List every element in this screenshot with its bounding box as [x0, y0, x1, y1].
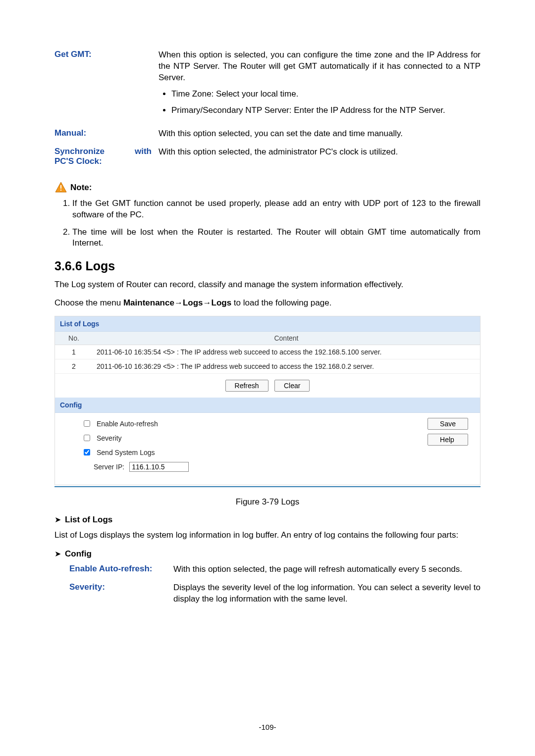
sync-label-c: PC'S Clock:: [54, 156, 102, 166]
sync-label-a: Synchronize: [54, 147, 105, 156]
logs-button-row: Refresh Clear: [55, 374, 480, 398]
warning-icon: [54, 181, 67, 194]
section-heading-logs: 3.6.6 Logs: [54, 259, 481, 273]
list-of-logs-bar: List of Logs: [55, 316, 480, 332]
config-heading: Config: [65, 549, 92, 559]
config-bar: Config: [55, 398, 480, 413]
list-of-logs-body: List of Logs displays the system log inf…: [54, 530, 481, 541]
get-gmt-body: When this option is selected, you can co…: [159, 50, 481, 121]
definition-severity: Severity: Displays the severity level of…: [54, 582, 481, 605]
list-of-logs-heading: List of Logs: [65, 515, 112, 525]
send-system-logs-label: Send System Logs: [97, 449, 155, 456]
sync-label: Synchronize PC'S Clock: with: [54, 147, 159, 166]
chevron-list-of-logs: ➤ List of Logs: [54, 515, 481, 525]
manual-body: With this option selected, you can set t…: [159, 128, 481, 140]
intro2-suffix: to load the following page.: [231, 298, 331, 307]
definition-sync: Synchronize PC'S Clock: with With this o…: [54, 147, 481, 166]
chevron-config: ➤ Config: [54, 549, 481, 559]
server-ip-label: Server IP:: [94, 463, 124, 471]
enable-auto-refresh-label: Enable Auto-refresh: [97, 420, 158, 428]
logs-table: No. Content 1 2011-06-10 16:35:54 <5> : …: [55, 332, 480, 374]
note-title: Note:: [70, 183, 92, 193]
row-2-content: 2011-06-10 16:36:29 <5> : The IP address…: [93, 359, 480, 374]
definition-get-gmt: Get GMT: When this option is selected, y…: [54, 50, 481, 121]
get-gmt-bullets: Time Zone: Select your local time. Prima…: [159, 89, 481, 116]
logs-intro-2: Choose the menu Maintenance→Logs→Logs to…: [54, 298, 481, 309]
row-1-no: 1: [55, 345, 93, 359]
panel-bottom-rule: [54, 486, 481, 487]
page-number: -109-: [0, 723, 535, 731]
chevron-right-icon: ➤: [54, 515, 61, 524]
chevron-right-icon: ➤: [54, 549, 61, 558]
severity-def-label: Severity:: [69, 582, 173, 605]
refresh-button[interactable]: Refresh: [225, 380, 268, 392]
get-gmt-bullet-1: Time Zone: Select your local time.: [171, 89, 481, 100]
clear-button[interactable]: Clear: [274, 380, 310, 392]
note-block: Note: If the Get GMT function cannot be …: [54, 181, 481, 250]
get-gmt-label: Get GMT:: [54, 50, 159, 121]
config-body: Save Help Enable Auto-refresh Severity S…: [55, 413, 480, 485]
auto-refresh-body: With this option selected, the page will…: [173, 564, 481, 575]
intro2-bold: Maintenance→Logs→Logs: [123, 298, 231, 307]
get-gmt-bullet-2: Primary/Secondary NTP Server: Enter the …: [171, 105, 481, 116]
sync-body: With this option selected, the administr…: [159, 147, 481, 166]
save-button[interactable]: Save: [428, 418, 468, 430]
definition-auto-refresh: Enable Auto-refresh: With this option se…: [54, 564, 481, 575]
help-button[interactable]: Help: [428, 434, 468, 446]
manual-label: Manual:: [54, 128, 159, 140]
col-content-header: Content: [93, 332, 480, 345]
auto-refresh-label: Enable Auto-refresh:: [69, 564, 173, 575]
server-ip-input[interactable]: [129, 462, 189, 472]
send-system-logs-checkbox[interactable]: [84, 449, 90, 455]
sync-label-b: with: [135, 147, 152, 156]
table-row: 2 2011-06-10 16:36:29 <5> : The IP addre…: [55, 359, 480, 374]
row-2-no: 2: [55, 359, 93, 374]
note-list: If the Get GMT function cannot be used p…: [54, 198, 481, 250]
logs-panel: List of Logs No. Content 1 2011-06-10 16…: [54, 316, 481, 485]
svg-rect-2: [60, 190, 61, 191]
severity-def-body: Displays the severity level of the log i…: [173, 582, 481, 605]
enable-auto-refresh-checkbox[interactable]: [84, 420, 90, 427]
severity-checkbox[interactable]: [84, 435, 90, 441]
get-gmt-body-text: When this option is selected, you can co…: [159, 50, 481, 84]
col-no-header: No.: [55, 332, 93, 345]
note-item-1: If the Get GMT function cannot be used p…: [72, 198, 481, 221]
figure-caption: Figure 3-79 Logs: [54, 497, 481, 507]
note-item-2: The time will be lost when the Router is…: [72, 227, 481, 250]
logs-intro-1: The Log system of Router can record, cla…: [54, 279, 481, 291]
row-1-content: 2011-06-10 16:35:54 <5> : The IP address…: [93, 345, 480, 359]
definition-manual: Manual: With this option selected, you c…: [54, 128, 481, 140]
intro2-prefix: Choose the menu: [54, 298, 123, 307]
svg-rect-1: [60, 185, 61, 189]
severity-label: Severity: [97, 434, 122, 442]
table-row: 1 2011-06-10 16:35:54 <5> : The IP addre…: [55, 345, 480, 359]
